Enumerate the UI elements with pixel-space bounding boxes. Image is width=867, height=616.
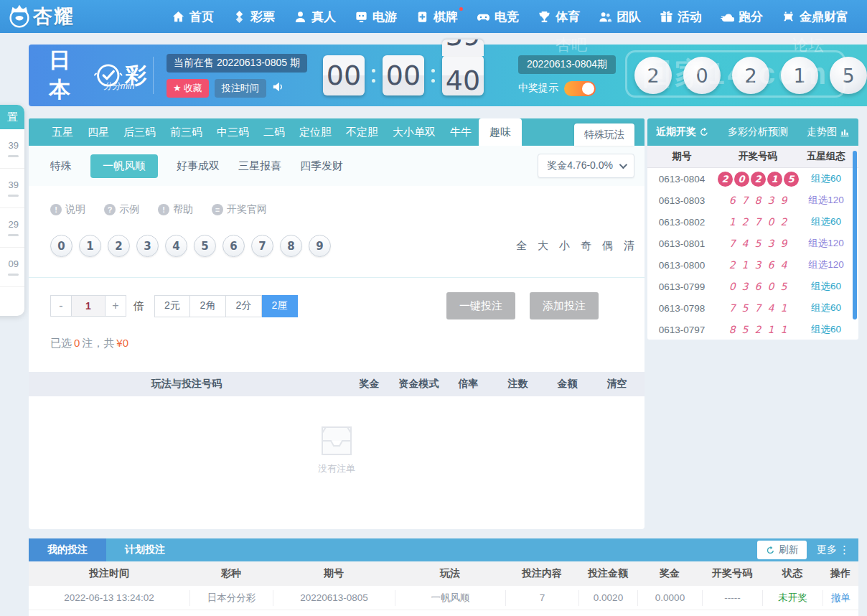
multiplier-minus-button[interactable]: - xyxy=(50,295,72,317)
tab-wuxing[interactable]: 五星 xyxy=(44,118,80,146)
number-ball-1[interactable]: 1 xyxy=(79,235,101,257)
group-link[interactable]: 组选60 xyxy=(800,215,853,228)
site-logo[interactable]: 杏耀 xyxy=(6,3,164,30)
bet-time-button[interactable]: 投注时间 xyxy=(215,79,266,98)
watermark-text: 论坛 xyxy=(792,34,824,56)
official-site-link[interactable]: ≡开奖官网 xyxy=(212,203,267,216)
refresh-button[interactable]: 刷新 xyxy=(757,541,807,559)
group-link[interactable]: 组选60 xyxy=(800,172,853,185)
tab-recent-draws[interactable]: 近期开奖 xyxy=(656,126,709,139)
tab-zhongsanma[interactable]: 中三码 xyxy=(210,118,256,146)
list-item[interactable] xyxy=(0,287,24,316)
number-ball-5[interactable]: 5 xyxy=(194,235,216,257)
filter-clear[interactable]: 清 xyxy=(624,239,634,253)
subtab-teshu[interactable]: 特殊 xyxy=(50,159,72,173)
list-item[interactable]: 29 xyxy=(0,208,24,248)
sidebar-tabs: 近期开奖 多彩分析预测 走势图 xyxy=(647,118,858,146)
activity-icon xyxy=(660,10,673,24)
number-ball-8[interactable]: 8 xyxy=(280,235,302,257)
number-ball-7[interactable]: 7 xyxy=(251,235,273,257)
speaker-icon[interactable] xyxy=(272,80,285,96)
number-ball-9[interactable]: 9 xyxy=(309,235,331,257)
unit-jiao[interactable]: 2角 xyxy=(190,295,226,317)
nav-item-sports[interactable]: 体育 xyxy=(530,0,588,33)
multiplier-plus-button[interactable]: + xyxy=(105,295,126,317)
group-link[interactable]: 组选60 xyxy=(800,302,853,314)
nav-item-cards[interactable]: 棋牌 xyxy=(408,0,466,33)
tab-qiansanma[interactable]: 前三码 xyxy=(163,118,210,146)
filter-small[interactable]: 小 xyxy=(559,239,570,253)
add-bet-button[interactable]: 添加投注 xyxy=(530,292,599,319)
cancel-bet-link[interactable]: 撤单 xyxy=(823,590,858,606)
nav-item-lottery[interactable]: 彩票 xyxy=(225,0,283,33)
one-key-bet-button[interactable]: 一键投注 xyxy=(446,292,515,319)
favorite-button[interactable]: ★收藏 xyxy=(167,79,209,98)
tab-trend-chart[interactable]: 走势图 xyxy=(807,126,850,139)
tab-analysis[interactable]: 多彩分析预测 xyxy=(728,126,788,139)
example-link[interactable]: ?示例 xyxy=(104,203,139,216)
group-link[interactable]: 组选60 xyxy=(800,280,853,293)
special-play-button[interactable]: 特殊玩法 xyxy=(574,123,634,146)
nav-item-hi[interactable]: hi 嗨 xyxy=(859,0,867,33)
nav-item-live[interactable]: 真人 xyxy=(286,0,344,33)
subtab-sanxingbaoxi[interactable]: 三星报喜 xyxy=(238,159,281,173)
table-row: 0613-0799 03605 组选60 xyxy=(647,276,858,297)
number-ball-3[interactable]: 3 xyxy=(136,235,159,257)
tab-niuniu[interactable]: 牛牛 xyxy=(443,118,479,146)
draw-ball: 5 xyxy=(830,57,867,94)
tab-my-bets[interactable]: 我的投注 xyxy=(29,538,106,561)
unit-fen[interactable]: 2分 xyxy=(226,295,262,317)
bonus-select[interactable]: 奖金4.76-0.0% xyxy=(538,154,634,178)
list-item[interactable]: 39 xyxy=(0,129,24,169)
home-icon xyxy=(172,10,185,24)
explain-link[interactable]: !说明 xyxy=(50,203,85,216)
table-row: 0613-0802 12702 组选60 xyxy=(647,211,858,233)
number-ball-2[interactable]: 2 xyxy=(108,235,130,257)
tab-quwei-active[interactable]: 趣味 xyxy=(479,118,522,146)
nav-item-team[interactable]: 团队 xyxy=(591,0,649,33)
group-link[interactable]: 组选120 xyxy=(800,194,853,207)
subtab-yifanfengshun-active[interactable]: 一帆风顺 xyxy=(90,154,158,178)
multiplier-input[interactable]: 1 xyxy=(72,295,105,317)
cards-icon xyxy=(416,10,429,24)
left-quick-panel-title[interactable]: 置 xyxy=(0,105,24,129)
tab-dingweidan[interactable]: 定位胆 xyxy=(292,118,339,146)
number-ball-0[interactable]: 0 xyxy=(50,235,72,257)
nav-item-esports[interactable]: 电竞 xyxy=(469,0,527,33)
nav-item-egames[interactable]: 电游 xyxy=(347,0,405,33)
nav-item-wealth[interactable]: 金鼎财富 xyxy=(774,0,856,33)
filter-big[interactable]: 大 xyxy=(538,239,548,253)
tab-erma[interactable]: 二码 xyxy=(256,118,292,146)
help-link[interactable]: !帮助 xyxy=(158,203,193,216)
win-tip-toggle[interactable] xyxy=(564,81,596,96)
filter-all[interactable]: 全 xyxy=(516,239,527,253)
tab-sixing[interactable]: 四星 xyxy=(80,118,116,146)
unit-li-active[interactable]: 2厘 xyxy=(262,295,298,317)
list-item[interactable]: 09 xyxy=(0,248,24,287)
group-link[interactable]: 组选120 xyxy=(800,237,853,250)
number-ball-6[interactable]: 6 xyxy=(222,235,245,257)
play-type-tabs: 五星 四星 后三码 前三码 中三码 二码 定位胆 不定胆 大小单双 牛牛 趣味 … xyxy=(29,118,645,146)
group-link[interactable]: 组选60 xyxy=(800,323,853,336)
clear-all-column[interactable]: 清空 xyxy=(592,378,642,391)
subtab-sijifacai[interactable]: 四季发财 xyxy=(300,159,343,173)
more-button[interactable]: 更多⋮ xyxy=(817,543,850,556)
tab-daxiaoshuangdan[interactable]: 大小单双 xyxy=(385,118,443,146)
bet-slip: 玩法与投注号码 奖金 资金模式 倍率 注数 金额 清空 没有注单 xyxy=(29,372,645,504)
tab-housanma[interactable]: 后三码 xyxy=(116,118,163,146)
tab-plan-bets[interactable]: 计划投注 xyxy=(106,538,184,561)
draw-numbers: 74539 xyxy=(716,238,800,249)
nav-item-paofen[interactable]: 跑分 xyxy=(713,0,771,33)
number-ball-4[interactable]: 4 xyxy=(165,235,187,257)
filter-odd[interactable]: 奇 xyxy=(581,239,591,253)
nav-item-activity[interactable]: 活动 xyxy=(652,0,710,33)
unit-yuan[interactable]: 2元 xyxy=(154,295,190,317)
list-item[interactable]: 39 xyxy=(0,169,24,208)
nav-item-home[interactable]: 首页 xyxy=(164,0,222,33)
scrollbar-thumb[interactable] xyxy=(853,151,857,319)
tab-budingdan[interactable]: 不定胆 xyxy=(339,118,385,146)
subtab-haoshichengshuang[interactable]: 好事成双 xyxy=(177,159,220,173)
table-row: 0613-0803 67839 组选120 xyxy=(647,190,858,211)
filter-even[interactable]: 偶 xyxy=(602,239,613,253)
group-link[interactable]: 组选120 xyxy=(800,258,853,271)
